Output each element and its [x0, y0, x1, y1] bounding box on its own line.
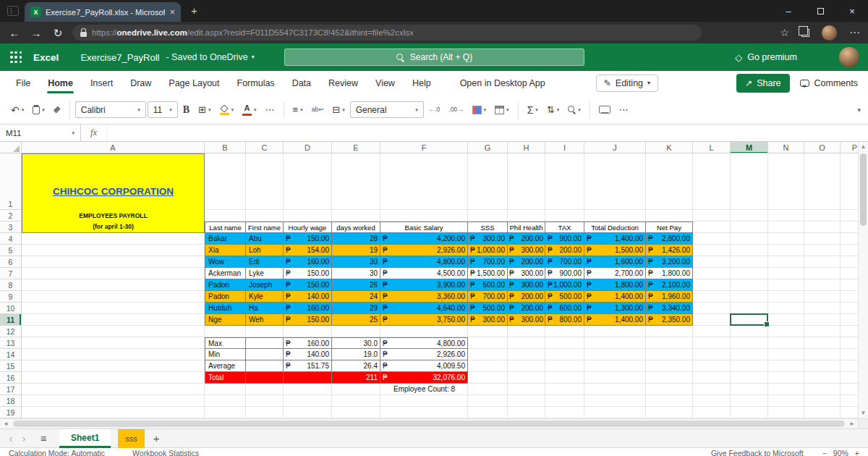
autosum-button[interactable]: Σ ▾: [524, 100, 542, 120]
cell-F4[interactable]: ₱4,200.00: [380, 233, 468, 245]
cell-G5[interactable]: ₱1,000.00: [468, 245, 508, 256]
cell-C16[interactable]: [246, 372, 284, 384]
table-header-D[interactable]: Hourly wage: [284, 221, 332, 233]
cell-J9[interactable]: ₱1,400.00: [584, 291, 646, 303]
formula-input[interactable]: [107, 124, 868, 141]
account-avatar[interactable]: [839, 47, 859, 67]
ribbon-tab-home[interactable]: Home: [39, 71, 82, 96]
cell-F16[interactable]: ₱32,076.00: [380, 372, 468, 384]
cell-B16[interactable]: Total: [205, 372, 246, 384]
borders-button[interactable]: ⊞ ▾: [195, 100, 214, 120]
browser-profile-avatar[interactable]: [822, 25, 837, 41]
previous-sheet-icon[interactable]: ‹: [4, 433, 17, 444]
selected-cell-M11[interactable]: [730, 313, 768, 326]
cell-D16[interactable]: [284, 372, 332, 384]
cell-G9[interactable]: ₱700.00: [468, 291, 508, 303]
payroll-title-block[interactable]: CHIHCOC CORPORATIONEMPLOYEES PAYROLL(for…: [22, 153, 205, 233]
zoom-control[interactable]: − 90% +: [822, 449, 859, 456]
row-header-10[interactable]: 10: [0, 303, 22, 314]
more-commands-button[interactable]: ⋯: [616, 100, 632, 120]
cell-C14[interactable]: [246, 349, 284, 360]
table-header-F[interactable]: Basic Salary: [380, 221, 468, 233]
table-header-E[interactable]: days worked: [332, 221, 380, 233]
cell-J10[interactable]: ₱1,300.00: [584, 303, 646, 314]
cell-I8[interactable]: ₱1,000.00: [545, 279, 584, 291]
workbook-name[interactable]: Exercise7_PayRoll: [80, 52, 159, 63]
cell-B9[interactable]: Padon: [205, 291, 246, 303]
cell-E7[interactable]: 30: [332, 268, 380, 279]
cell-D13[interactable]: ₱160.00: [284, 337, 332, 349]
table-header-H[interactable]: Phil Health: [508, 221, 545, 233]
increase-decimal-button[interactable]: .00→: [445, 100, 467, 120]
cell-H10[interactable]: ₱200.00: [508, 303, 545, 314]
cell-F11[interactable]: ₱3,750.00: [380, 314, 468, 326]
number-format-select[interactable]: General ▾: [350, 101, 424, 118]
calc-mode-status[interactable]: Calculation Mode: Automatic: [9, 449, 105, 456]
row-header-18[interactable]: 18: [0, 395, 22, 407]
cell-H6[interactable]: ₱200.00: [508, 256, 545, 268]
cell-B7[interactable]: Ackerman: [205, 268, 246, 279]
cell-I5[interactable]: ₱200.00: [545, 245, 584, 256]
row-header-2[interactable]: 2: [0, 210, 22, 221]
minimize-button[interactable]: –: [773, 0, 804, 22]
cell-F10[interactable]: ₱4,640.00: [380, 303, 468, 314]
browser-tab[interactable]: X Exercise7_PayRoll.xlsx - Microsof ×: [25, 2, 181, 22]
close-button[interactable]: ×: [836, 0, 868, 22]
row-header-11[interactable]: 11: [0, 314, 22, 326]
cell-K10[interactable]: ₱3,340.00: [646, 303, 693, 314]
cell-F13[interactable]: ₱4,800.00: [380, 337, 468, 349]
fill-color-button[interactable]: ▾: [216, 100, 238, 120]
cell-E8[interactable]: 26: [332, 279, 380, 291]
cell-J4[interactable]: ₱1,400.00: [584, 233, 646, 245]
cell-K9[interactable]: ₱1,960.00: [646, 291, 693, 303]
decrease-decimal-button[interactable]: ←.0: [425, 100, 444, 120]
cell-K7[interactable]: ₱1,800.00: [646, 268, 693, 279]
cell-D11[interactable]: ₱150.00: [284, 314, 332, 326]
new-tab-button[interactable]: +: [191, 4, 197, 17]
address-bar[interactable]: https://onedrive.live.com/edit.aspx?resi…: [72, 25, 702, 41]
cell-H5[interactable]: ₱300.00: [508, 245, 545, 256]
cell-I11[interactable]: ₱800.00: [545, 314, 584, 326]
merge-center-button[interactable]: ⊟ ▾: [328, 100, 348, 120]
zoom-in-icon[interactable]: +: [855, 449, 859, 456]
cell-D6[interactable]: ₱160.00: [284, 256, 332, 268]
cell-J6[interactable]: ₱1,600.00: [584, 256, 646, 268]
cell-E14[interactable]: 19.0: [332, 349, 380, 360]
cell-B13[interactable]: Max: [205, 337, 246, 349]
go-premium-button[interactable]: ◇ Go premium: [735, 43, 797, 71]
cell-I9[interactable]: ₱500.00: [545, 291, 584, 303]
column-header-I[interactable]: I: [545, 142, 584, 153]
cell-C8[interactable]: Joseph: [246, 279, 284, 291]
table-header-G[interactable]: SSS: [468, 221, 508, 233]
cell-B5[interactable]: Xia: [205, 245, 246, 256]
tab-actions-icon[interactable]: [7, 6, 19, 16]
vertical-scroll-thumb[interactable]: [860, 153, 867, 226]
collapse-ribbon-icon[interactable]: ▾: [857, 106, 861, 114]
next-sheet-icon[interactable]: ›: [17, 433, 30, 444]
cell-F14[interactable]: ₱2,926.00: [380, 349, 468, 360]
cell-I6[interactable]: ₱700.00: [545, 256, 584, 268]
row-header-9[interactable]: 9: [0, 291, 22, 303]
column-header-C[interactable]: C: [246, 142, 284, 153]
cell-H7[interactable]: ₱300.00: [508, 268, 545, 279]
ribbon-tab-draw[interactable]: Draw: [122, 71, 160, 96]
cell-D7[interactable]: ₱150.00: [284, 268, 332, 279]
row-header-6[interactable]: 6: [0, 256, 22, 268]
font-size-select[interactable]: 11 ▾: [148, 101, 178, 118]
column-header-D[interactable]: D: [284, 142, 332, 153]
cell-B15[interactable]: Average: [205, 360, 246, 372]
cell-E6[interactable]: 30: [332, 256, 380, 268]
bold-button[interactable]: B: [179, 100, 193, 120]
maximize-button[interactable]: [804, 0, 836, 22]
format-painter-button[interactable]: [50, 100, 64, 120]
cell-B10[interactable]: Hutduh: [205, 303, 246, 314]
feedback-link[interactable]: Give Feedback to Microsoft: [711, 449, 804, 456]
cell-C6[interactable]: Edi: [246, 256, 284, 268]
cell-K5[interactable]: ₱1,426.00: [646, 245, 693, 256]
row-header-8[interactable]: 8: [0, 279, 22, 291]
row-header-19[interactable]: 19: [0, 407, 22, 418]
row-header-15[interactable]: 15: [0, 360, 22, 372]
comments-button[interactable]: Comments: [800, 78, 858, 88]
column-header-K[interactable]: K: [646, 142, 693, 153]
column-header-N[interactable]: N: [768, 142, 804, 153]
